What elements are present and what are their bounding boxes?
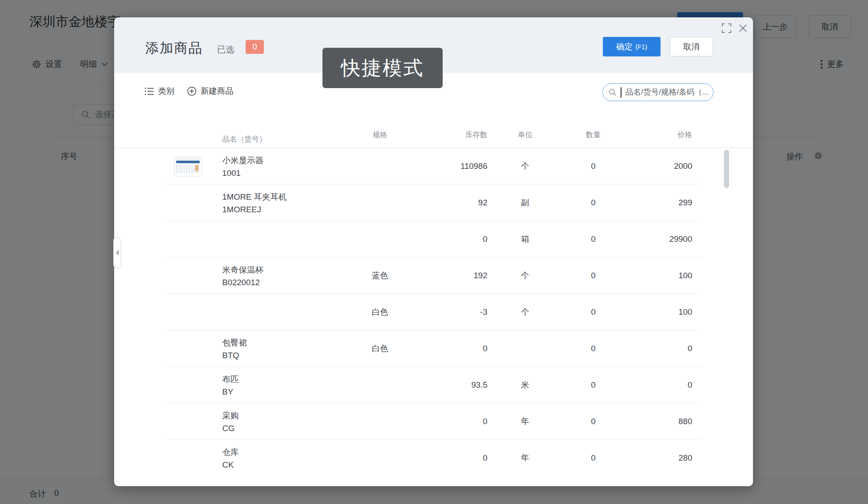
- collapse-left-arrow-icon: [115, 250, 119, 256]
- price-cell: 0: [627, 330, 692, 367]
- price-cell: 29900: [627, 221, 692, 257]
- spec-cell: [344, 148, 416, 184]
- category-button[interactable]: 类别: [145, 73, 174, 109]
- price-cell: 880: [627, 403, 692, 440]
- category-panel-collapse-handle[interactable]: [113, 237, 121, 268]
- table-row[interactable]: 米奇保温杯 B0220012 蓝色 192 个 0 100: [114, 257, 753, 294]
- spec-cell: [344, 367, 416, 403]
- product-table-body: 小米显示器 1001 110986 个 0 2000 1MORE 耳夹耳机 1M…: [114, 148, 753, 468]
- table-row[interactable]: 白色 -3 个 0 100: [114, 294, 753, 330]
- unit-cell: 米: [498, 367, 552, 403]
- thumbnail-cell: [171, 184, 205, 221]
- price-cell: 100: [627, 294, 692, 330]
- selected-count-badge: 0: [246, 40, 264, 54]
- scrollbar-thumb[interactable]: [724, 150, 729, 188]
- qty-cell: 0: [568, 294, 618, 330]
- product-table-header: 品名（货号） 规格 库存数 单位 数量 价格: [114, 124, 753, 148]
- product-sku: 1001: [222, 168, 240, 178]
- search-icon: [603, 88, 617, 96]
- thumbnail-cell: [171, 221, 205, 257]
- new-product-button[interactable]: 新建商品: [187, 73, 233, 109]
- thumbnail-cell: [171, 403, 205, 440]
- table-row[interactable]: 小米显示器 1001 110986 个 0 2000: [114, 148, 753, 184]
- unit-cell: 个: [498, 257, 552, 294]
- stock-cell: 192: [422, 257, 487, 294]
- product-sku: B0220012: [222, 278, 260, 287]
- product-name: 米奇保温杯: [222, 264, 263, 276]
- product-name: 采购: [222, 410, 239, 422]
- price-cell: 299: [627, 184, 692, 221]
- stock-cell: 110986: [422, 148, 487, 184]
- col-header-price: 价格: [627, 124, 692, 148]
- stock-cell: 0: [422, 403, 487, 440]
- selected-label: 已选: [217, 44, 234, 56]
- qty-cell: 0: [568, 257, 618, 294]
- product-name: 仓库: [222, 447, 239, 458]
- modal-cancel-button[interactable]: 取消: [670, 37, 713, 56]
- spec-cell: [344, 403, 416, 440]
- spec-cell: 白色: [344, 330, 416, 367]
- qty-cell: 0: [568, 330, 618, 367]
- product-sku: CG: [222, 424, 235, 433]
- stock-cell: 93.5: [422, 367, 487, 403]
- spec-cell: 蓝色: [344, 257, 416, 294]
- plus-circle-icon: [187, 86, 197, 96]
- table-row[interactable]: 包臀裙 BTQ 白色 0 0 0: [114, 330, 753, 367]
- confirm-hotkey: (F1): [635, 43, 648, 50]
- table-row[interactable]: 布匹 BY 93.5 米 0 0: [114, 367, 753, 403]
- product-thumbnail: [174, 156, 202, 177]
- qty-cell: 0: [568, 403, 618, 440]
- col-header-qty: 数量: [568, 124, 618, 148]
- unit-cell: [498, 330, 552, 367]
- new-product-label: 新建商品: [201, 86, 233, 97]
- product-name: 布匹: [222, 374, 239, 385]
- confirm-label: 确定: [616, 41, 633, 53]
- product-search-box: [602, 83, 713, 101]
- category-label: 类别: [158, 86, 174, 97]
- product-sku: 1MOREEJ: [222, 205, 261, 214]
- thumbnail-cell: [171, 367, 205, 403]
- qty-cell: 0: [568, 148, 618, 184]
- spec-cell: [344, 440, 416, 468]
- close-icon[interactable]: [738, 23, 748, 33]
- qty-cell: 0: [568, 440, 618, 468]
- product-name: 包臀裙: [222, 337, 247, 349]
- quick-mode-toast: 快捷模式: [322, 48, 443, 88]
- table-row[interactable]: 1MORE 耳夹耳机 1MOREEJ 92 副 0 299: [114, 184, 753, 221]
- thumbnail-cell: [171, 330, 205, 367]
- unit-cell: 个: [498, 148, 552, 184]
- stock-cell: 0: [422, 330, 487, 367]
- product-sku: BTQ: [222, 351, 239, 360]
- table-row[interactable]: 0 箱 0 29900: [114, 221, 753, 257]
- price-cell: 2000: [627, 148, 692, 184]
- stock-cell: -3: [422, 294, 487, 330]
- thumbnail-cell: [171, 257, 205, 294]
- stock-cell: 0: [422, 440, 487, 468]
- stock-cell: 0: [422, 221, 487, 257]
- product-sku: CK: [222, 460, 233, 468]
- price-cell: 280: [627, 440, 692, 468]
- thumbnail-cell: [171, 294, 205, 330]
- qty-cell: 0: [568, 367, 618, 403]
- unit-cell: 箱: [498, 221, 552, 257]
- qty-cell: 0: [568, 184, 618, 221]
- product-name: 1MORE 耳夹耳机: [222, 191, 287, 203]
- product-search-input[interactable]: [621, 84, 726, 101]
- unit-cell: 副: [498, 184, 552, 221]
- unit-cell: 个: [498, 294, 552, 330]
- unit-cell: 年: [498, 440, 552, 468]
- product-sku: BY: [222, 387, 233, 397]
- price-cell: 0: [627, 367, 692, 403]
- col-header-stock: 库存数: [422, 124, 487, 148]
- confirm-button[interactable]: 确定 (F1): [603, 37, 661, 56]
- table-row[interactable]: 采购 CG 0 年 0 880: [114, 403, 753, 440]
- modal-title: 添加商品: [145, 39, 203, 57]
- thumbnail-cell: [171, 440, 205, 468]
- product-name: 小米显示器: [222, 155, 263, 166]
- fullscreen-icon[interactable]: [721, 23, 732, 34]
- spec-cell: [344, 221, 416, 257]
- col-header-unit: 单位: [498, 124, 552, 148]
- spec-cell: [344, 184, 416, 221]
- thumbnail-cell: [171, 148, 205, 184]
- table-row[interactable]: 仓库 CK 0 年 0 280: [114, 440, 753, 468]
